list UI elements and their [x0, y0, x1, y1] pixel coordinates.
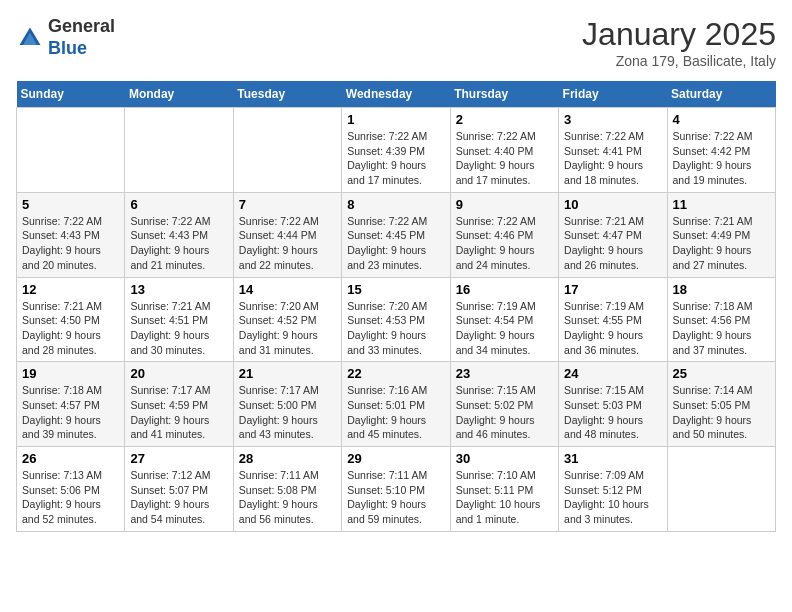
day-info: Sunrise: 7:19 AM Sunset: 4:54 PM Dayligh… [456, 299, 553, 358]
day-number: 14 [239, 282, 336, 297]
calendar-day-cell: 10Sunrise: 7:21 AM Sunset: 4:47 PM Dayli… [559, 192, 667, 277]
calendar-day-cell: 23Sunrise: 7:15 AM Sunset: 5:02 PM Dayli… [450, 362, 558, 447]
day-number: 16 [456, 282, 553, 297]
logo-icon [16, 24, 44, 52]
weekday-header: Sunday [17, 81, 125, 108]
calendar-table: SundayMondayTuesdayWednesdayThursdayFrid… [16, 81, 776, 532]
calendar-day-cell: 2Sunrise: 7:22 AM Sunset: 4:40 PM Daylig… [450, 108, 558, 193]
logo: General Blue [16, 16, 115, 59]
calendar-day-cell: 1Sunrise: 7:22 AM Sunset: 4:39 PM Daylig… [342, 108, 450, 193]
calendar-day-cell [233, 108, 341, 193]
day-info: Sunrise: 7:09 AM Sunset: 5:12 PM Dayligh… [564, 468, 661, 527]
page-header: General Blue January 2025 Zona 179, Basi… [16, 16, 776, 69]
day-info: Sunrise: 7:22 AM Sunset: 4:41 PM Dayligh… [564, 129, 661, 188]
logo-general-text: General [48, 16, 115, 36]
weekday-header: Saturday [667, 81, 775, 108]
day-info: Sunrise: 7:19 AM Sunset: 4:55 PM Dayligh… [564, 299, 661, 358]
day-number: 2 [456, 112, 553, 127]
calendar-day-cell: 17Sunrise: 7:19 AM Sunset: 4:55 PM Dayli… [559, 277, 667, 362]
day-info: Sunrise: 7:22 AM Sunset: 4:45 PM Dayligh… [347, 214, 444, 273]
day-info: Sunrise: 7:22 AM Sunset: 4:40 PM Dayligh… [456, 129, 553, 188]
day-info: Sunrise: 7:22 AM Sunset: 4:42 PM Dayligh… [673, 129, 770, 188]
day-number: 1 [347, 112, 444, 127]
calendar-day-cell: 7Sunrise: 7:22 AM Sunset: 4:44 PM Daylig… [233, 192, 341, 277]
day-number: 8 [347, 197, 444, 212]
calendar-week-row: 12Sunrise: 7:21 AM Sunset: 4:50 PM Dayli… [17, 277, 776, 362]
day-number: 11 [673, 197, 770, 212]
day-info: Sunrise: 7:16 AM Sunset: 5:01 PM Dayligh… [347, 383, 444, 442]
calendar-day-cell: 29Sunrise: 7:11 AM Sunset: 5:10 PM Dayli… [342, 447, 450, 532]
logo-blue-text: Blue [48, 38, 87, 58]
day-number: 13 [130, 282, 227, 297]
weekday-header: Tuesday [233, 81, 341, 108]
day-info: Sunrise: 7:13 AM Sunset: 5:06 PM Dayligh… [22, 468, 119, 527]
day-info: Sunrise: 7:21 AM Sunset: 4:51 PM Dayligh… [130, 299, 227, 358]
day-info: Sunrise: 7:22 AM Sunset: 4:43 PM Dayligh… [130, 214, 227, 273]
weekday-header: Friday [559, 81, 667, 108]
day-info: Sunrise: 7:21 AM Sunset: 4:50 PM Dayligh… [22, 299, 119, 358]
calendar-day-cell [125, 108, 233, 193]
calendar-week-row: 1Sunrise: 7:22 AM Sunset: 4:39 PM Daylig… [17, 108, 776, 193]
calendar-day-cell: 4Sunrise: 7:22 AM Sunset: 4:42 PM Daylig… [667, 108, 775, 193]
day-number: 23 [456, 366, 553, 381]
day-info: Sunrise: 7:14 AM Sunset: 5:05 PM Dayligh… [673, 383, 770, 442]
weekday-header-row: SundayMondayTuesdayWednesdayThursdayFrid… [17, 81, 776, 108]
calendar-day-cell: 21Sunrise: 7:17 AM Sunset: 5:00 PM Dayli… [233, 362, 341, 447]
calendar-day-cell: 11Sunrise: 7:21 AM Sunset: 4:49 PM Dayli… [667, 192, 775, 277]
day-number: 24 [564, 366, 661, 381]
day-number: 4 [673, 112, 770, 127]
weekday-header: Monday [125, 81, 233, 108]
day-info: Sunrise: 7:21 AM Sunset: 4:47 PM Dayligh… [564, 214, 661, 273]
day-number: 27 [130, 451, 227, 466]
day-number: 28 [239, 451, 336, 466]
calendar-day-cell: 25Sunrise: 7:14 AM Sunset: 5:05 PM Dayli… [667, 362, 775, 447]
calendar-week-row: 26Sunrise: 7:13 AM Sunset: 5:06 PM Dayli… [17, 447, 776, 532]
day-info: Sunrise: 7:22 AM Sunset: 4:43 PM Dayligh… [22, 214, 119, 273]
calendar-day-cell: 28Sunrise: 7:11 AM Sunset: 5:08 PM Dayli… [233, 447, 341, 532]
calendar-day-cell: 6Sunrise: 7:22 AM Sunset: 4:43 PM Daylig… [125, 192, 233, 277]
day-info: Sunrise: 7:10 AM Sunset: 5:11 PM Dayligh… [456, 468, 553, 527]
day-info: Sunrise: 7:22 AM Sunset: 4:44 PM Dayligh… [239, 214, 336, 273]
day-info: Sunrise: 7:20 AM Sunset: 4:53 PM Dayligh… [347, 299, 444, 358]
weekday-header: Wednesday [342, 81, 450, 108]
calendar-day-cell: 15Sunrise: 7:20 AM Sunset: 4:53 PM Dayli… [342, 277, 450, 362]
calendar-day-cell: 22Sunrise: 7:16 AM Sunset: 5:01 PM Dayli… [342, 362, 450, 447]
day-number: 18 [673, 282, 770, 297]
calendar-day-cell: 8Sunrise: 7:22 AM Sunset: 4:45 PM Daylig… [342, 192, 450, 277]
day-info: Sunrise: 7:17 AM Sunset: 4:59 PM Dayligh… [130, 383, 227, 442]
day-number: 20 [130, 366, 227, 381]
day-info: Sunrise: 7:15 AM Sunset: 5:03 PM Dayligh… [564, 383, 661, 442]
day-number: 5 [22, 197, 119, 212]
day-info: Sunrise: 7:22 AM Sunset: 4:39 PM Dayligh… [347, 129, 444, 188]
day-number: 19 [22, 366, 119, 381]
calendar-day-cell: 30Sunrise: 7:10 AM Sunset: 5:11 PM Dayli… [450, 447, 558, 532]
day-number: 21 [239, 366, 336, 381]
calendar-day-cell: 18Sunrise: 7:18 AM Sunset: 4:56 PM Dayli… [667, 277, 775, 362]
day-number: 25 [673, 366, 770, 381]
day-number: 31 [564, 451, 661, 466]
day-number: 9 [456, 197, 553, 212]
day-info: Sunrise: 7:21 AM Sunset: 4:49 PM Dayligh… [673, 214, 770, 273]
calendar-day-cell: 20Sunrise: 7:17 AM Sunset: 4:59 PM Dayli… [125, 362, 233, 447]
calendar-day-cell: 31Sunrise: 7:09 AM Sunset: 5:12 PM Dayli… [559, 447, 667, 532]
day-number: 26 [22, 451, 119, 466]
calendar-week-row: 5Sunrise: 7:22 AM Sunset: 4:43 PM Daylig… [17, 192, 776, 277]
calendar-day-cell: 19Sunrise: 7:18 AM Sunset: 4:57 PM Dayli… [17, 362, 125, 447]
calendar-day-cell: 9Sunrise: 7:22 AM Sunset: 4:46 PM Daylig… [450, 192, 558, 277]
calendar-day-cell: 16Sunrise: 7:19 AM Sunset: 4:54 PM Dayli… [450, 277, 558, 362]
calendar-day-cell: 24Sunrise: 7:15 AM Sunset: 5:03 PM Dayli… [559, 362, 667, 447]
day-info: Sunrise: 7:12 AM Sunset: 5:07 PM Dayligh… [130, 468, 227, 527]
day-number: 3 [564, 112, 661, 127]
day-number: 12 [22, 282, 119, 297]
day-number: 10 [564, 197, 661, 212]
day-info: Sunrise: 7:11 AM Sunset: 5:10 PM Dayligh… [347, 468, 444, 527]
calendar-day-cell [17, 108, 125, 193]
location-subtitle: Zona 179, Basilicate, Italy [582, 53, 776, 69]
calendar-week-row: 19Sunrise: 7:18 AM Sunset: 4:57 PM Dayli… [17, 362, 776, 447]
day-number: 6 [130, 197, 227, 212]
day-info: Sunrise: 7:18 AM Sunset: 4:56 PM Dayligh… [673, 299, 770, 358]
day-info: Sunrise: 7:20 AM Sunset: 4:52 PM Dayligh… [239, 299, 336, 358]
day-number: 7 [239, 197, 336, 212]
day-info: Sunrise: 7:15 AM Sunset: 5:02 PM Dayligh… [456, 383, 553, 442]
calendar-day-cell: 13Sunrise: 7:21 AM Sunset: 4:51 PM Dayli… [125, 277, 233, 362]
